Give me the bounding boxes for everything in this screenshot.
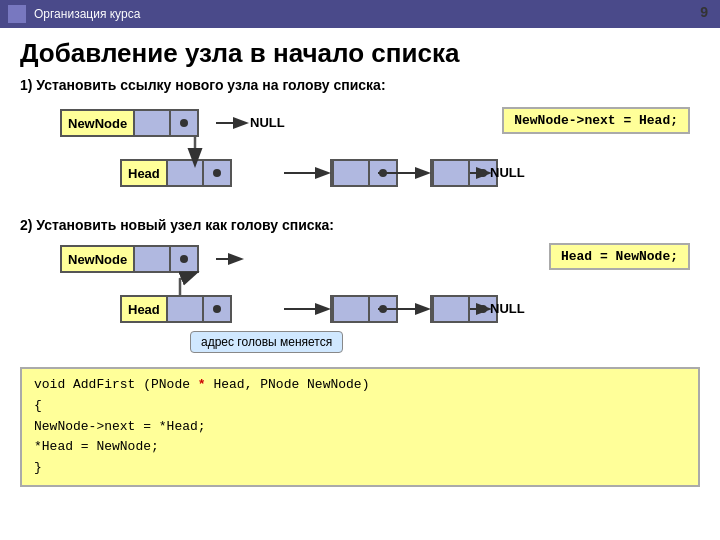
head-dot-2: [213, 305, 221, 313]
head-box-1: Head: [120, 159, 232, 187]
main-content: Добавление узла в начало списка 1) Устан…: [0, 28, 720, 497]
code-line4: *Head = NewNode;: [34, 437, 686, 458]
expr-text-2: Head = NewNode;: [561, 249, 678, 264]
node3-data-1: [432, 161, 468, 185]
expr-box-2: Head = NewNode;: [549, 243, 690, 270]
head-data-2: [166, 297, 202, 321]
head-dot-1: [213, 169, 221, 177]
node3-1: [430, 159, 498, 187]
annotation: адрес головы меняется: [190, 331, 343, 353]
code-line1: void AddFirst (PNode * Head, PNode NewNo…: [34, 375, 686, 396]
newnode-box-1: NewNode: [60, 109, 199, 137]
top-bar: Организация курса: [0, 0, 720, 28]
page-number: 9: [700, 4, 708, 20]
head-label-1: Head: [122, 161, 166, 185]
topbar-title: Организация курса: [34, 7, 140, 21]
null-2: NULL: [490, 165, 525, 180]
code-line3: NewNode->next = *Head;: [34, 417, 686, 438]
diagram2: NewNode Head = NewNode; Head: [20, 241, 700, 361]
null-1: NULL: [250, 115, 285, 130]
expr-box-1: NewNode->next = Head;: [502, 107, 690, 134]
step1-label: 1) Установить ссылку нового узла на голо…: [20, 77, 700, 93]
page-title: Добавление узла в начало списка: [20, 38, 700, 69]
newnode-label-1: NewNode: [62, 111, 133, 135]
newnode-ptr-1: [169, 111, 197, 135]
code-line5: }: [34, 458, 686, 479]
node2-2: [330, 295, 398, 323]
head-label-2: Head: [122, 297, 166, 321]
node3-dot-1: [479, 169, 487, 177]
code-highlight: *: [198, 377, 206, 392]
node2-data-2: [332, 297, 368, 321]
newnode-data-1: [133, 111, 169, 135]
node2-1: [330, 159, 398, 187]
node2-ptr-1: [368, 161, 396, 185]
newnode-box-2: NewNode: [60, 245, 199, 273]
node3-2: [430, 295, 498, 323]
null-3: NULL: [490, 301, 525, 316]
expr-text-1: NewNode->next = Head;: [514, 113, 678, 128]
head-ptr-2: [202, 297, 230, 321]
diagram1: NewNode NULL NewNode->next = Head; Head: [20, 101, 700, 211]
newnode-dot-2: [180, 255, 188, 263]
code-box: void AddFirst (PNode * Head, PNode NewNo…: [20, 367, 700, 487]
node3-dot-2: [479, 305, 487, 313]
topbar-icon: [8, 5, 26, 23]
head-box-2: Head: [120, 295, 232, 323]
node2-dot-2: [379, 305, 387, 313]
node2-data-1: [332, 161, 368, 185]
newnode-data-2: [133, 247, 169, 271]
head-data-1: [166, 161, 202, 185]
code-line2: {: [34, 396, 686, 417]
node3-data-2: [432, 297, 468, 321]
node2-dot-1: [379, 169, 387, 177]
node2-ptr-2: [368, 297, 396, 321]
newnode-ptr-2: [169, 247, 197, 271]
step2-label: 2) Установить новый узел как голову спис…: [20, 217, 700, 233]
newnode-dot-1: [180, 119, 188, 127]
head-ptr-1: [202, 161, 230, 185]
newnode-label-2: NewNode: [62, 247, 133, 271]
